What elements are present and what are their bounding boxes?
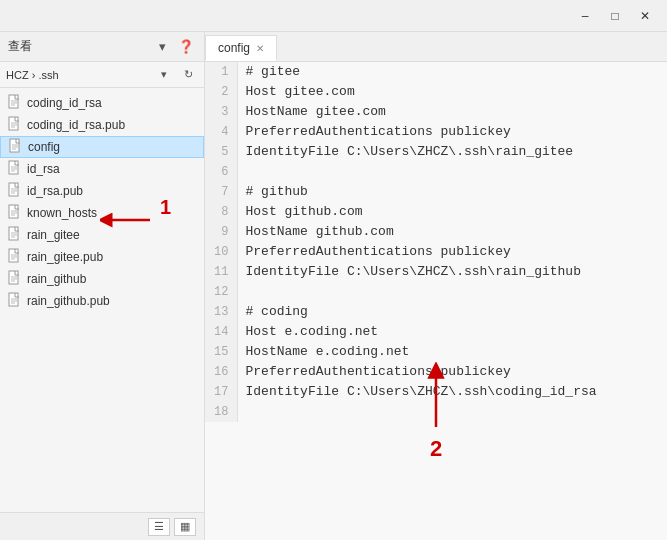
- file-list: coding_id_rsa coding_id_rsa.pub config i…: [0, 88, 204, 512]
- line-code: PreferredAuthentications publickey: [237, 122, 667, 142]
- line-code: IdentityFile C:\Users\ZHCZ\.ssh\rain_git…: [237, 142, 667, 162]
- line-code: IdentityFile C:\Users\ZHCZ\.ssh\coding_i…: [237, 382, 667, 402]
- file-item[interactable]: rain_gitee.pub: [0, 246, 204, 268]
- file-icon: [8, 204, 22, 223]
- line-number: 11: [205, 262, 237, 282]
- line-code: # coding: [237, 302, 667, 322]
- line-number: 17: [205, 382, 237, 402]
- file-name: id_rsa: [27, 162, 60, 176]
- file-icon: [8, 182, 22, 201]
- line-code: [237, 162, 667, 182]
- line-code: HostName e.coding.net: [237, 342, 667, 362]
- tab-bar: config ✕: [205, 32, 667, 62]
- close-button[interactable]: ✕: [631, 5, 659, 27]
- file-item[interactable]: coding_id_rsa.pub: [0, 114, 204, 136]
- editor-content[interactable]: 1# gitee2Host gitee.com3HostName gitee.c…: [205, 62, 667, 422]
- tab-close-icon[interactable]: ✕: [256, 43, 264, 54]
- line-number: 12: [205, 282, 237, 302]
- editor-wrapper: 1# gitee2Host gitee.com3HostName gitee.c…: [205, 62, 667, 540]
- line-number: 2: [205, 82, 237, 102]
- path-text: HCZ › .ssh: [6, 69, 150, 81]
- file-name: rain_github: [27, 272, 86, 286]
- code-table: 1# gitee2Host gitee.com3HostName gitee.c…: [205, 62, 667, 422]
- file-name: coding_id_rsa: [27, 96, 102, 110]
- detail-view-btn[interactable]: ▦: [174, 518, 196, 536]
- config-tab[interactable]: config ✕: [205, 35, 277, 61]
- file-name: rain_gitee.pub: [27, 250, 103, 264]
- file-name: config: [28, 140, 60, 154]
- file-icon: [9, 138, 23, 157]
- line-number: 5: [205, 142, 237, 162]
- help-icon[interactable]: ❓: [176, 37, 196, 57]
- file-icon: [8, 160, 22, 179]
- file-item[interactable]: rain_github.pub: [0, 290, 204, 312]
- file-name: rain_gitee: [27, 228, 80, 242]
- left-panel: 查看 ▾ ❓ HCZ › .ssh ▾ ↻ coding_id_rsa codi…: [0, 32, 205, 540]
- file-name: id_rsa.pub: [27, 184, 83, 198]
- dropdown-icon[interactable]: ▾: [152, 37, 172, 57]
- tab-label: config: [218, 41, 250, 55]
- code-line: 4PreferredAuthentications publickey: [205, 122, 667, 142]
- file-item[interactable]: config: [0, 136, 204, 158]
- line-code: [237, 402, 667, 422]
- code-line: 15HostName e.coding.net: [205, 342, 667, 362]
- file-item[interactable]: rain_github: [0, 268, 204, 290]
- line-number: 9: [205, 222, 237, 242]
- file-item[interactable]: id_rsa: [0, 158, 204, 180]
- file-item[interactable]: coding_id_rsa: [0, 92, 204, 114]
- code-line: 2Host gitee.com: [205, 82, 667, 102]
- line-code: HostName gitee.com: [237, 102, 667, 122]
- code-line: 17IdentityFile C:\Users\ZHCZ\.ssh\coding…: [205, 382, 667, 402]
- code-line: 16PreferredAuthentications publickey: [205, 362, 667, 382]
- line-code: Host e.coding.net: [237, 322, 667, 342]
- code-line: 11IdentityFile C:\Users\ZHCZ\.ssh\rain_g…: [205, 262, 667, 282]
- code-line: 9HostName github.com: [205, 222, 667, 242]
- line-number: 3: [205, 102, 237, 122]
- line-number: 14: [205, 322, 237, 342]
- code-line: 10PreferredAuthentications publickey: [205, 242, 667, 262]
- line-number: 1: [205, 62, 237, 82]
- line-code: HostName github.com: [237, 222, 667, 242]
- title-bar-buttons: – □ ✕: [571, 5, 659, 27]
- path-refresh-icon[interactable]: ↻: [178, 66, 198, 84]
- file-name: rain_github.pub: [27, 294, 110, 308]
- file-item[interactable]: rain_gitee: [0, 224, 204, 246]
- annotation-number-2: 2: [430, 436, 442, 462]
- editor-panel: config ✕ 1# gitee2Host gitee.com3HostNam…: [205, 32, 667, 540]
- file-icon: [8, 226, 22, 245]
- line-number: 13: [205, 302, 237, 322]
- line-number: 6: [205, 162, 237, 182]
- list-view-btn[interactable]: ☰: [148, 518, 170, 536]
- file-item[interactable]: id_rsa.pub: [0, 180, 204, 202]
- line-code: IdentityFile C:\Users\ZHCZ\.ssh\rain_git…: [237, 262, 667, 282]
- code-line: 6: [205, 162, 667, 182]
- file-item[interactable]: known_hosts: [0, 202, 204, 224]
- code-line: 3HostName gitee.com: [205, 102, 667, 122]
- line-number: 16: [205, 362, 237, 382]
- file-icon: [8, 270, 22, 289]
- line-code: Host gitee.com: [237, 82, 667, 102]
- path-bar: HCZ › .ssh ▾ ↻: [0, 62, 204, 88]
- line-code: # github: [237, 182, 667, 202]
- line-code: Host github.com: [237, 202, 667, 222]
- file-name: coding_id_rsa.pub: [27, 118, 125, 132]
- main-container: 查看 ▾ ❓ HCZ › .ssh ▾ ↻ coding_id_rsa codi…: [0, 32, 667, 540]
- file-icon: [8, 94, 22, 113]
- code-line: 7# github: [205, 182, 667, 202]
- file-name: known_hosts: [27, 206, 97, 220]
- line-number: 15: [205, 342, 237, 362]
- title-bar: – □ ✕: [0, 0, 667, 32]
- line-code: # gitee: [237, 62, 667, 82]
- maximize-button[interactable]: □: [601, 5, 629, 27]
- code-line: 1# gitee: [205, 62, 667, 82]
- file-icon: [8, 292, 22, 311]
- minimize-button[interactable]: –: [571, 5, 599, 27]
- code-line: 5IdentityFile C:\Users\ZHCZ\.ssh\rain_gi…: [205, 142, 667, 162]
- path-dropdown-icon[interactable]: ▾: [154, 66, 174, 84]
- line-code: PreferredAuthentications publickey: [237, 242, 667, 262]
- line-number: 10: [205, 242, 237, 262]
- file-icon: [8, 248, 22, 267]
- toolbar-label: 查看: [8, 38, 148, 55]
- bottom-toolbar: ☰ ▦: [0, 512, 204, 540]
- code-line: 18: [205, 402, 667, 422]
